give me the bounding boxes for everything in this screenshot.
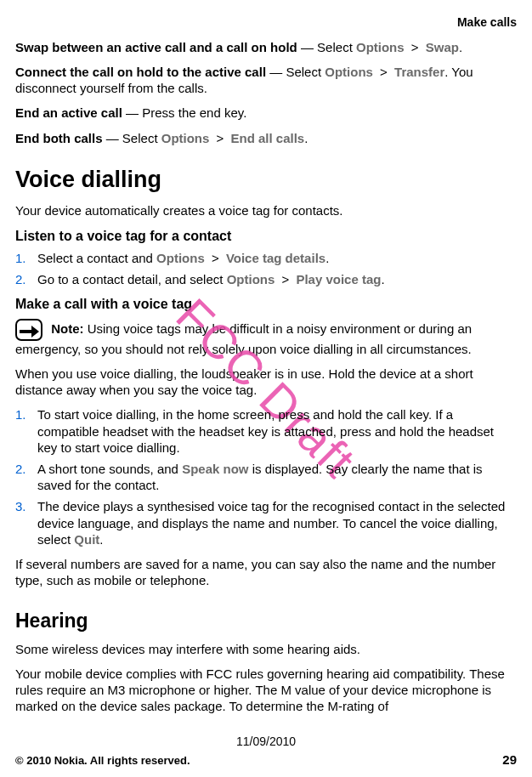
note-text: Using voice tags may be difficult in a n…	[15, 321, 472, 356]
list-item: 3. The device plays a synthesised voice …	[15, 498, 517, 547]
voice-dialling-heading: Voice dialling	[15, 165, 517, 195]
list-item: 2. Go to a contact detail, and select Op…	[15, 271, 517, 287]
end-both-bold: End both calls	[15, 131, 103, 145]
swap-t2: .	[459, 40, 462, 54]
step-menu2: Play voice tag	[296, 272, 381, 286]
connect-m2: Transfer	[394, 65, 444, 79]
connect-t1: Select	[286, 65, 325, 79]
swap-m2: Swap	[426, 40, 459, 54]
swap-dash: —	[297, 40, 317, 54]
note-arrow-icon	[15, 319, 42, 341]
step-menu2: Voice tag details	[226, 251, 325, 265]
step-text: The device plays a synthesised voice tag…	[37, 499, 505, 546]
voice-tail-para: If several numbers are saved for a name,…	[15, 556, 517, 588]
step-sep: >	[208, 251, 223, 265]
running-header: Make calls	[15, 15, 517, 31]
connect-sep: >	[376, 65, 391, 79]
listen-list: 1. Select a contact and Options > Voice …	[15, 250, 517, 287]
loudspeaker-para: When you use voice dialling, the loudspe…	[15, 366, 517, 398]
step-number: 2.	[15, 271, 26, 287]
step-text: Select a contact and	[37, 251, 156, 265]
list-item: 2. A short tone sounds, and Speak now is…	[15, 461, 517, 493]
step-sep: >	[278, 272, 292, 286]
voice-lead: Your device automatically creates a voic…	[15, 202, 517, 218]
step-text: Go to a contact detail, and select	[37, 272, 227, 286]
step-number: 1.	[15, 250, 26, 266]
step-text: To start voice dialling, in the home scr…	[37, 407, 494, 454]
step-number: 2.	[15, 461, 26, 477]
end-both-sep: >	[212, 131, 227, 145]
connect-dash: —	[266, 65, 286, 79]
step-tail: .	[325, 251, 329, 265]
end-both-para: End both calls — Select Options > End al…	[15, 130, 517, 146]
hearing-heading: Hearing	[15, 609, 517, 633]
end-active-para: End an active call — Press the end key.	[15, 105, 517, 121]
listen-subhead: Listen to a voice tag for a contact	[15, 228, 517, 245]
step-menu: Options	[156, 251, 205, 265]
swap-t1: Select	[317, 40, 356, 54]
end-both-t2: .	[304, 131, 308, 145]
quit-label: Quit	[74, 532, 99, 547]
footer-copyright: © 2010 Nokia. All rights reserved.	[15, 754, 190, 768]
list-item: 1. Select a contact and Options > Voice …	[15, 250, 517, 266]
note-label: Note:	[51, 321, 83, 336]
connect-m1: Options	[325, 65, 373, 79]
footer-date: 11/09/2010	[15, 734, 517, 750]
step-number: 3.	[15, 498, 26, 514]
swap-para: Swap between an active call and a call o…	[15, 39, 517, 55]
end-both-m2: End all calls	[231, 131, 305, 145]
step-tail: .	[381, 272, 384, 286]
footer-page-number: 29	[502, 751, 517, 768]
swap-m1: Options	[356, 40, 405, 54]
end-both-m1: Options	[161, 131, 210, 145]
list-item: 1. To start voice dialling, in the home …	[15, 406, 517, 456]
end-active-dash: —	[122, 105, 142, 120]
page-footer: 11/09/2010 © 2010 Nokia. All rights rese…	[0, 734, 532, 768]
speak-now-label: Speak now	[182, 462, 248, 476]
make-call-subhead: Make a call with a voice tag	[15, 296, 517, 313]
note-row: Note: Using voice tags may be difficult …	[15, 319, 517, 357]
step-tail: .	[99, 532, 103, 547]
make-call-list: 1. To start voice dialling, in the home …	[15, 406, 517, 547]
end-both-dash: —	[103, 131, 122, 145]
step-menu: Options	[227, 272, 275, 286]
connect-para: Connect the call on hold to the active c…	[15, 64, 517, 96]
step-text: A short tone sounds, and	[37, 462, 182, 476]
hearing-p2: Your mobile device complies with FCC rul…	[15, 666, 517, 715]
swap-bold: Swap between an active call and a call o…	[15, 40, 297, 54]
connect-bold: Connect the call on hold to the active c…	[15, 65, 266, 79]
end-active-bold: End an active call	[15, 105, 122, 120]
hearing-p1: Some wireless devices may interfere with…	[15, 641, 517, 657]
swap-sep: >	[408, 40, 422, 54]
step-number: 1.	[15, 406, 26, 423]
end-active-t1: Press the end key.	[142, 105, 246, 120]
end-both-t1: Select	[122, 131, 161, 145]
